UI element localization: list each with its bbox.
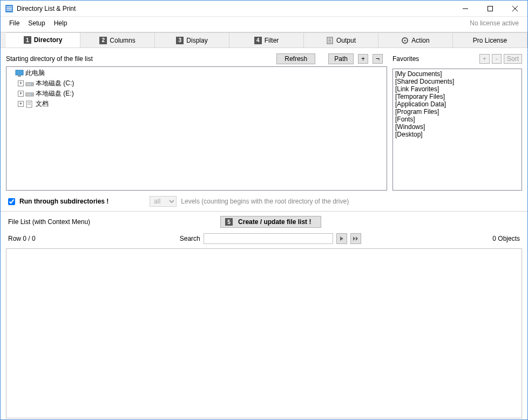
- svg-rect-5: [488, 6, 493, 11]
- tab-number-badge: 2: [99, 37, 107, 44]
- expander-icon[interactable]: +: [18, 91, 24, 97]
- drive-icon: [25, 90, 34, 98]
- tab-directory[interactable]: 1Directory: [6, 32, 80, 48]
- titlebar: Directory List & Print: [1, 1, 527, 17]
- search-last-button[interactable]: [350, 233, 361, 244]
- tab-filter[interactable]: 4Filter: [229, 32, 304, 48]
- tab-display[interactable]: 3Display: [155, 32, 229, 48]
- refresh-button[interactable]: Refresh: [276, 53, 315, 64]
- tab-action[interactable]: Action: [378, 32, 453, 48]
- expander-icon[interactable]: +: [18, 80, 24, 86]
- tab-label: Display: [186, 37, 207, 44]
- tree-node-label: 此电脑: [25, 69, 45, 78]
- favorites-label: Favorites: [392, 55, 477, 63]
- favorite-item[interactable]: [Fonts]: [394, 116, 520, 123]
- path-add-button[interactable]: +: [358, 54, 368, 64]
- svg-rect-15: [18, 76, 21, 77]
- favorites-list[interactable]: [My Documents][Shared Documents][Link Fa…: [392, 69, 522, 191]
- document-icon: [25, 100, 34, 108]
- svg-rect-14: [16, 70, 23, 75]
- tab-number-badge: 1: [24, 36, 31, 44]
- menu-help[interactable]: Help: [50, 18, 72, 29]
- directory-controls: Starting directory of the file list Refr…: [6, 53, 522, 64]
- run-subdirectories-label: Run through subdirectories !: [19, 198, 109, 205]
- favorite-item[interactable]: [Program Files]: [394, 108, 520, 116]
- maximize-button[interactable]: [478, 1, 503, 17]
- close-button[interactable]: [503, 1, 527, 17]
- tab-label: Action: [411, 37, 429, 44]
- tabstrip: 1Directory2Columns3Display4FilterOutputA…: [1, 32, 527, 48]
- expander-icon[interactable]: +: [18, 101, 24, 107]
- search-label: Search: [180, 235, 200, 242]
- favorites-add-button[interactable]: +: [479, 54, 490, 64]
- favorites-panel: [My Documents][Shared Documents][Link Fa…: [392, 66, 522, 191]
- svg-rect-1: [6, 6, 12, 8]
- tab-label: Directory: [34, 36, 63, 44]
- row-status: Row 0 / 0: [8, 235, 36, 242]
- create-filelist-button[interactable]: 5 Create / update file list !: [220, 216, 321, 228]
- path-button[interactable]: Path: [328, 53, 354, 64]
- tree-node[interactable]: +文档: [8, 99, 385, 109]
- path-undo-button[interactable]: ¬: [373, 54, 383, 64]
- tab-pro-license[interactable]: Pro License: [453, 32, 527, 48]
- svg-rect-3: [6, 10, 12, 11]
- svg-point-17: [31, 84, 32, 85]
- drive-icon: [25, 80, 34, 87]
- tree-node-label: 文档: [36, 99, 49, 109]
- tab-label: Columns: [110, 37, 135, 44]
- favorites-remove-button[interactable]: -: [492, 54, 502, 64]
- favorite-item[interactable]: [Temporary Files]: [394, 93, 520, 100]
- svg-marker-24: [353, 236, 355, 241]
- tree-node[interactable]: +本地磁盘 (E:): [8, 89, 385, 99]
- panels-row: 此电脑+本地磁盘 (C:)+本地磁盘 (E:)+文档 [My Documents…: [6, 66, 522, 191]
- search-next-button[interactable]: [336, 233, 347, 244]
- svg-point-19: [31, 94, 32, 95]
- window-title: Directory List & Print: [17, 5, 453, 12]
- tree-node-label: 本地磁盘 (E:): [36, 89, 74, 98]
- tab-columns[interactable]: 2Columns: [80, 32, 155, 48]
- levels-select[interactable]: all: [150, 196, 177, 207]
- starting-directory-label: Starting directory of the file list: [6, 55, 272, 63]
- filelist-context-label: File List (with Context Menu): [8, 218, 90, 226]
- tab-number-badge: 4: [254, 37, 262, 44]
- computer-icon: [15, 70, 24, 77]
- search-row: Row 0 / 0 Search 0 Objects: [6, 232, 522, 248]
- menu-file[interactable]: File: [5, 18, 24, 29]
- tree-node[interactable]: 此电脑: [8, 68, 385, 78]
- tree-node[interactable]: +本地磁盘 (C:): [8, 78, 385, 89]
- file-list-area[interactable]: [6, 248, 522, 418]
- app-icon: [5, 4, 13, 13]
- favorite-item[interactable]: [Windows]: [394, 123, 520, 131]
- svg-rect-2: [6, 8, 12, 9]
- subdirectories-row: Run through subdirectories ! all Levels …: [6, 191, 522, 211]
- run-subdirectories-checkbox[interactable]: [8, 198, 15, 205]
- tab-output[interactable]: Output: [304, 32, 378, 48]
- favorite-item[interactable]: [Application Data]: [394, 100, 520, 108]
- tree-node-label: 本地磁盘 (C:): [36, 79, 74, 88]
- svg-marker-23: [340, 236, 343, 241]
- tab-label: Output: [336, 37, 356, 44]
- menubar: File Setup Help No license active: [1, 17, 527, 30]
- create-badge: 5: [225, 218, 233, 226]
- minimize-button[interactable]: [453, 1, 478, 17]
- content-area: Starting directory of the file list Refr…: [1, 48, 527, 419]
- gear-icon: [401, 37, 409, 44]
- tab-label: Pro License: [473, 37, 507, 44]
- objects-status: 0 Objects: [492, 235, 520, 242]
- search-input[interactable]: [204, 233, 333, 244]
- favorite-item[interactable]: [Link Favorites]: [394, 85, 520, 93]
- favorite-item[interactable]: [Desktop]: [394, 131, 520, 138]
- tab-label: Filter: [265, 37, 279, 44]
- document-icon: [326, 37, 334, 44]
- tab-number-badge: 3: [176, 37, 184, 44]
- favorite-item[interactable]: [Shared Documents]: [394, 78, 520, 85]
- directory-tree[interactable]: 此电脑+本地磁盘 (C:)+本地磁盘 (E:)+文档: [6, 66, 387, 191]
- svg-point-13: [404, 39, 406, 41]
- filelist-header: File List (with Context Menu) 5 Create /…: [6, 212, 522, 232]
- favorites-sort-button[interactable]: Sort: [504, 54, 522, 64]
- create-label: Create / update file list !: [238, 218, 311, 226]
- favorite-item[interactable]: [My Documents]: [394, 70, 520, 78]
- license-status: No license active: [470, 19, 523, 27]
- levels-hint: Levels (counting begins with the root di…: [181, 198, 349, 205]
- menu-setup[interactable]: Setup: [24, 18, 49, 29]
